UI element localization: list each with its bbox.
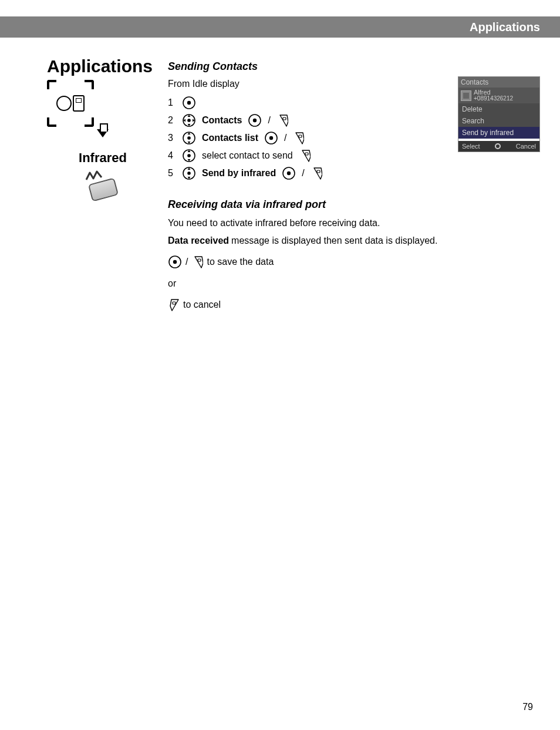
step-label: Contacts (202, 113, 242, 127)
or-text: or (168, 277, 444, 291)
main-content: Sending Contacts From Idle display 1 2 C… (168, 59, 444, 316)
step-number: 3 (168, 131, 176, 145)
step-number: 5 (168, 166, 176, 180)
phone-screenshot: Contacts Alfred +08914326212 Delete Sear… (458, 76, 540, 152)
phone-screen-title: Contacts (458, 77, 539, 88)
step-1: 1 (168, 96, 444, 110)
phone-contact-row: Alfred +08914326212 (458, 88, 539, 103)
nav-4way-icon (182, 113, 196, 127)
phone-menu-search: Search (458, 115, 539, 127)
data-received-label: Data received (168, 234, 229, 248)
phone-menu-delete: Delete (458, 103, 539, 115)
phone-menu-send-infrared: Send by infrared (458, 127, 539, 139)
left-softkey-icon (276, 113, 288, 127)
header-title: Applications (470, 21, 540, 34)
sending-steps: 1 2 Contacts / 3 Contacts list / 4 (168, 96, 444, 180)
slash: / (302, 166, 304, 180)
step-label: Contacts list (202, 131, 258, 145)
center-key-icon (282, 166, 296, 180)
receiving-heading: Receiving data via infrared port (168, 197, 444, 213)
step-label: Send by infrared (202, 166, 276, 180)
page-number: 79 (522, 702, 533, 712)
nav-vertical-icon (182, 166, 196, 180)
sending-contacts-heading: Sending Contacts (168, 59, 444, 75)
infrared-label: Infrared (47, 150, 158, 166)
infrared-phone-icon (85, 169, 120, 199)
receiving-line-2-rest: message is displayed then sent data is d… (231, 234, 437, 248)
phone-contact-number: +08914326212 (474, 96, 513, 102)
left-softkey-icon (299, 149, 311, 163)
slash: / (268, 113, 270, 127)
step-number: 1 (168, 96, 176, 110)
step-label: select contact to send (202, 149, 293, 163)
nav-vertical-icon (182, 149, 196, 163)
step-4: 4 select contact to send (168, 149, 444, 163)
from-idle-text: From Idle display (168, 77, 444, 91)
center-key-icon (248, 113, 262, 127)
left-softkey-icon (311, 166, 322, 180)
step-3: 3 Contacts list / (168, 131, 444, 145)
phone-softkey-bar: Select Cancel (458, 141, 539, 152)
right-softkey-icon (168, 298, 180, 312)
cancel-line: to cancel (168, 298, 221, 312)
step-5: 5 Send by infrared / (168, 166, 444, 180)
left-softkey-icon (292, 131, 304, 145)
contact-avatar-icon (461, 90, 471, 101)
left-sidebar: Applications Infrared (47, 56, 158, 199)
chapter-title: Applications (47, 56, 158, 76)
cancel-text: to cancel (183, 298, 221, 312)
left-softkey-icon (191, 255, 203, 269)
center-key-icon (182, 96, 196, 110)
phone-context-menu: Delete Search Send by infrared (458, 103, 539, 139)
center-key-icon (168, 255, 182, 269)
applications-icon (47, 80, 94, 127)
phone-softkey-right: Cancel (516, 143, 536, 150)
receiving-line-2: Data received message is displayed then … (168, 234, 444, 248)
page-header: Applications (0, 16, 560, 38)
center-indicator-icon (495, 143, 501, 149)
nav-vertical-icon (182, 131, 196, 145)
step-2: 2 Contacts / (168, 113, 444, 127)
calculator-icon (73, 95, 85, 112)
center-key-icon (264, 131, 278, 145)
save-data-line: / to save the data (168, 255, 274, 269)
down-arrow-icon (97, 129, 109, 137)
receiving-line-1: You need to activate infrared before rec… (168, 216, 444, 230)
slash: / (185, 255, 188, 269)
step-number: 4 (168, 149, 176, 163)
slash: / (284, 131, 286, 145)
save-text: to save the data (207, 255, 274, 269)
clock-icon (56, 96, 72, 111)
phone-softkey-left: Select (462, 143, 480, 150)
step-number: 2 (168, 113, 176, 127)
